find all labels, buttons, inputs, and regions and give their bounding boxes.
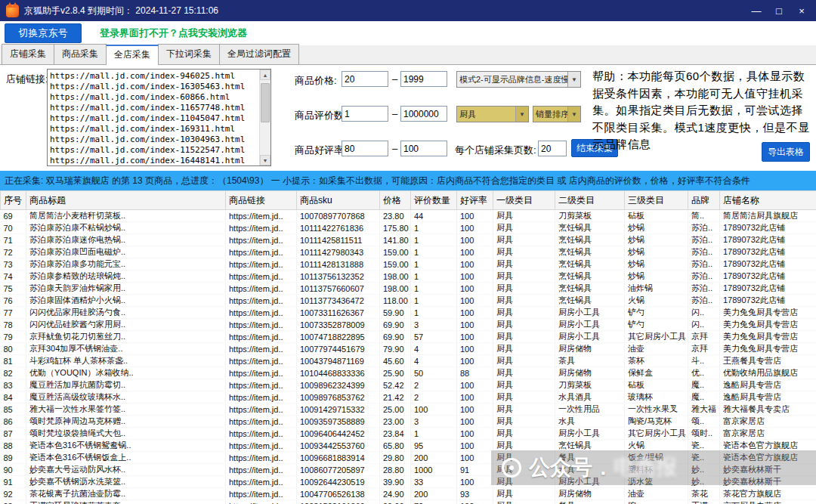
column-header[interactable]: 一级类目 [493,191,555,210]
table-cell: 3 [411,416,457,428]
table-row[interactable]: 75苏泊康天韵罗油炸锅家用..https://item.jd..10113757… [1,283,816,295]
review-max-input[interactable] [400,106,447,122]
rating-min-input[interactable] [342,141,388,156]
table-cell: 茶杯 [625,355,688,367]
links-scrollbar[interactable]: ▲ ▼ [259,70,270,165]
tab-whole-store-collect[interactable]: 全店采集 [106,45,159,65]
table-row[interactable]: 81斗彩鸡缸杯 单人茶杯茶盏..https://item.jd..1004379… [1,355,816,367]
column-header[interactable]: 店铺名称 [720,191,816,210]
table-row[interactable]: 93正诺宫廷风玻璃蒸茶壶套..https://item.jd..10081508… [1,500,816,504]
scrollbar-thumb[interactable] [261,83,270,122]
column-header[interactable]: 商品标题 [26,191,226,210]
column-header[interactable]: 商品sku [297,191,380,210]
table-row[interactable]: 78闪闪优品硅胶酱勺家用厨..https://item.jd..10073352… [1,319,816,331]
table-cell: https://item.jd.. [226,464,297,476]
table-cell: 一次性水果叉 [625,404,688,416]
rating-max-input[interactable] [400,141,447,156]
category-select[interactable]: 厨具 ▼ [456,106,529,122]
table-cell: 妙奕嘉秋林斯干 [720,464,816,476]
mode-select[interactable]: 模式2-可显示品牌信息-速度慢 ▼ [456,71,581,88]
tab-global-filter-config[interactable]: 全局过滤词配置 [219,44,299,64]
column-header[interactable]: 序号 [1,191,26,210]
switch-jd-account-button[interactable]: 切换京东号 [5,23,82,43]
table-cell: 200 [411,488,457,500]
table-row[interactable]: 82优勤（YOUQIN）冰箱收纳..https://item.jd..10104… [1,367,816,379]
table-cell: 10104468833336 [297,367,380,379]
column-header[interactable]: 商品链接 [226,191,297,210]
scroll-up-icon[interactable]: ▲ [260,70,270,80]
table-cell: 魔.. [688,391,720,404]
table-cell: 油壶 [625,343,688,355]
table-cell: 17890732此店铺 [720,234,816,246]
table-row[interactable]: 76苏泊康固体酒精炉小火锅..https://item.jd..10113773… [1,295,816,307]
table-row[interactable]: 69简居简洁小麦秸秆切菜板..https://item.jd..10070897… [1,210,816,222]
price-max-input[interactable] [400,71,447,87]
pages-per-shop-input[interactable] [538,141,567,156]
status-bar: 正在采集: 双马瑞莱旗舰店 的第 13 页商品，总进度：（1504\93） 一 … [0,171,816,190]
table-cell: 10047706526138 [297,488,380,500]
table-cell: 25.90 [380,367,411,379]
table-row[interactable]: 79京拜鱿鱼切花刀切葱丝刀..https://item.jd..10074718… [1,331,816,343]
sort-select[interactable]: 销量排序 ▼ [533,106,581,122]
table-row[interactable]: 83魔豆胜活加厚抗菌防霉切..https://item.jd..10098962… [1,379,816,391]
price-min-input[interactable] [342,71,388,87]
minimize-button[interactable]: — [745,2,768,20]
table-row[interactable]: 70苏泊康苏泊康不粘锅炒锅..https://item.jd..10111422… [1,222,816,234]
table-cell: 57 [411,331,457,343]
table-cell: https://item.jd.. [226,440,297,452]
column-header[interactable]: 价格 [380,191,411,210]
table-cell: https://item.jd.. [226,404,297,416]
table-cell: https://item.jd.. [226,283,297,295]
tab-product-collect[interactable]: 商品采集 [54,44,107,64]
install-browser-link[interactable]: 登录界面打不开？点我安装浏览器 [100,26,247,40]
table-cell: 简居简洁厨具旗舰店 [720,210,816,222]
tab-dropdown-word-collect[interactable]: 下拉词采集 [158,44,220,64]
table-row[interactable]: 89瓷语本色316不锈钢饭盒上..https://item.jd..100966… [1,452,816,464]
table-cell: 17890732此店铺 [720,283,816,295]
column-header[interactable]: 品牌 [688,191,720,210]
table-cell: 198.00 [380,283,411,295]
table-row[interactable]: 90妙奕嘉大号运动防风水杯..https://item.jd..10086077… [1,464,816,476]
table-cell: 93 [1,500,26,504]
table-cell: 1000 [411,464,457,476]
table-row[interactable]: 87颂时梵垃圾袋抽绳式大包..https://item.jd..10096406… [1,428,816,440]
table-row[interactable]: 86颂时梵原神周边马克杯赠..https://item.jd..10093597… [1,416,816,428]
table-cell: 炒锅 [625,271,688,283]
table-cell: 厨房小工具 [555,476,625,488]
table-cell: 1 [411,307,457,319]
table-cell: 颂时梵原神周边马克杯赠.. [26,416,226,428]
table-cell: 1 [411,428,457,440]
table-cell: 10073311626367 [297,307,380,319]
table-cell: 刀剪菜板 [555,379,625,391]
table-row[interactable]: 80京拜304加厚不锈钢油壶..https://item.jd..1007797… [1,343,816,355]
table-row[interactable]: 88瓷语本色316不锈钢鸳鸯锅..https://item.jd..100934… [1,440,816,452]
maximize-button[interactable]: □ [768,2,790,20]
table-row[interactable]: 92茶花银离子抗菌油壶防霉..https://item.jd..10047706… [1,488,816,500]
table-row[interactable]: 74苏泊康参精致的珐琅锅炖..https://item.jd..10113756… [1,271,816,283]
table-cell: 17890732此店铺 [720,246,816,258]
tab-shop-collect[interactable]: 店铺采集 [2,44,54,64]
table-row[interactable]: 77闪闪优品家用硅胶汤勺食..https://item.jd..10073311… [1,307,816,319]
table-row[interactable]: 73苏泊康苏泊康多功能元宝..https://item.jd..10111428… [1,258,816,271]
table-cell: 159.00 [380,246,411,258]
table-cell: 75 [1,283,26,295]
review-min-input[interactable] [342,106,388,122]
table-cell: 72 [411,500,457,504]
scroll-down-icon[interactable]: ▼ [260,155,270,165]
column-header[interactable]: 好评率 [457,191,493,210]
column-header[interactable]: 三级类目 [625,191,688,210]
column-header[interactable]: 评价数量 [411,191,457,210]
table-row[interactable]: 85雅大福一次性水果签竹签..https://item.jd..10091429… [1,404,816,416]
table-row[interactable]: 72苏泊康苏泊康凹面电磁炉..https://item.jd..10111427… [1,246,816,258]
table-row[interactable]: 71苏泊康苏泊康迷你电热锅..https://item.jd..10111425… [1,234,816,246]
chevron-down-icon: ▼ [567,107,580,122]
shop-links-input[interactable]: https://mall.jd.com/index-946025.htmlhtt… [47,69,271,166]
close-button[interactable]: × [790,2,813,20]
table-cell: 厨房储物 [555,367,625,379]
table-cell: 烹饪锅具 [555,222,625,234]
table-row[interactable]: 84魔豆胜活高级纹玻璃杯水..https://item.jd..10098976… [1,391,816,404]
table-cell: 100 [457,428,493,440]
column-header[interactable]: 二级类目 [555,191,625,210]
table-row[interactable]: 91妙奕嘉不锈钢沥水洗菜篮..https://item.jd..10092644… [1,476,816,488]
table-cell: 水具 [555,464,625,476]
